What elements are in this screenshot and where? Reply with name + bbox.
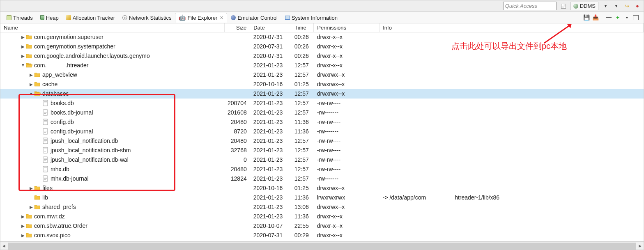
svg-rect-14 [44, 131, 47, 131]
table-row[interactable]: config.db204802021-01-2311:36-rw-rw---- [0, 117, 644, 127]
cell-permissions: drwxrwx--x [314, 202, 380, 212]
expand-icon[interactable]: ▶ [20, 233, 26, 238]
expand-icon[interactable]: ▶ [28, 82, 34, 87]
item-name: mhx.db-journal [51, 175, 89, 182]
cell-time: 11:36 [291, 193, 314, 202]
cell-size: 12824 [224, 174, 250, 183]
tab-threads[interactable]: Threads [3, 13, 37, 23]
quick-access-input[interactable]: Quick Access [503, 2, 557, 10]
col-date[interactable]: Date [250, 23, 291, 32]
cell-size [224, 183, 250, 193]
expand-icon[interactable]: ▶ [28, 186, 34, 190]
col-time[interactable]: Time [291, 23, 314, 32]
cell-date: 2020-10-16 [250, 183, 291, 193]
scroll-right-icon[interactable]: ▶ [637, 243, 644, 250]
minimize-icon[interactable] [605, 14, 612, 21]
expand-icon[interactable]: ▶ [20, 214, 26, 219]
cell-permissions: drwxr-x--x [314, 32, 380, 42]
view-controls: 💾 📥 + ▾ [583, 14, 641, 21]
item-name: com.google.android.launcher.layouts.geny… [34, 53, 150, 59]
cell-date: 2020-07-31 [250, 42, 291, 51]
collapse-icon[interactable]: ▼ [28, 92, 34, 96]
cell-size: 201608 [224, 108, 250, 117]
table-row[interactable]: ▶com.mwr.dz2021-01-2311:36drwxr-x--x [0, 212, 644, 221]
table-row[interactable]: jpush_local_notification.db-wal02021-01-… [0, 155, 644, 165]
cell-date: 2020-07-31 [250, 32, 291, 42]
cell-size [224, 32, 250, 42]
cell-info [380, 174, 644, 183]
table-row[interactable]: ▼com..htreader2021-01-2312:57drwxr-x--x [0, 61, 644, 70]
toolbar-icon-3[interactable]: ↪ [623, 2, 630, 10]
table-row[interactable]: mhx.db-journal128242021-01-2312:57-rw---… [0, 174, 644, 183]
expand-icon[interactable]: ▶ [20, 35, 26, 39]
folder-icon [26, 43, 32, 50]
perspective-label: DDMS [580, 3, 596, 9]
maximize-icon[interactable] [632, 14, 639, 21]
table-row[interactable]: ▶com.sbw.atrue.Order2020-10-0722:55drwxr… [0, 221, 644, 231]
col-size[interactable]: Size [224, 23, 250, 32]
expand-icon[interactable]: ▶ [28, 205, 34, 209]
perspective-ddms[interactable]: DDMS [570, 2, 598, 10]
toolbar-icon-4[interactable]: ● [634, 2, 641, 10]
cell-info [380, 108, 644, 117]
cell-info: -> /data/app/comhtreader-1/lib/x86 [380, 193, 644, 202]
cell-size [224, 193, 250, 202]
tab-allocation-tracker[interactable]: Allocation Tracker [62, 13, 119, 23]
column-headers: Name Size Date Time Permissions Info [0, 23, 644, 32]
table-row[interactable]: jpush_local_notification.db204802021-01-… [0, 136, 644, 146]
expand-icon[interactable]: ▶ [28, 73, 34, 77]
tab-network-statistics[interactable]: Network Statistics [119, 13, 175, 23]
table-row[interactable]: ▶app_webview2021-01-2312:57drwxrwx--x [0, 70, 644, 80]
table-row[interactable]: ▶com.svox.pico2020-07-3100:29drwxr-x--x [0, 231, 644, 240]
table-row[interactable]: config.db-journal87202021-01-2311:36-rw-… [0, 127, 644, 136]
view-menu-icon[interactable]: ▾ [623, 14, 630, 21]
scroll-left-icon[interactable]: ◀ [0, 243, 7, 250]
close-icon[interactable]: ✕ [220, 15, 223, 21]
expand-icon[interactable]: ▶ [20, 44, 26, 49]
horizontal-scrollbar[interactable]: ◀ ▶ [0, 242, 644, 250]
table-row[interactable]: books.db2007042021-01-2312:57-rw-rw---- [0, 99, 644, 108]
add-icon[interactable]: + [614, 14, 621, 21]
table-row[interactable]: books.db-journal2016082021-01-2312:57-rw… [0, 108, 644, 117]
table-row[interactable]: ▶files2020-10-1601:25drwxrwx--x [0, 183, 644, 193]
open-perspective-icon[interactable] [560, 2, 567, 10]
table-row[interactable]: mhx.db204802021-01-2312:57-rw-rw---- [0, 165, 644, 174]
expand-icon[interactable]: ▶ [20, 224, 26, 228]
col-info[interactable]: Info [380, 23, 644, 32]
cell-permissions: drwxrwx--x [314, 70, 380, 80]
cell-info [380, 89, 644, 99]
col-permissions[interactable]: Permissions [314, 23, 380, 32]
table-row[interactable]: ▶com.google.android.launcher.layouts.gen… [0, 51, 644, 61]
scroll-thumb[interactable] [8, 243, 636, 250]
tab-emulator-control[interactable]: Emulator Control [227, 13, 281, 23]
cell-info [380, 61, 644, 70]
cell-time: 01:25 [291, 183, 314, 193]
tab-file-explorer[interactable]: 🤖File Explorer✕ [175, 13, 227, 23]
col-name[interactable]: Name [0, 23, 224, 32]
table-row[interactable]: ▶cache2020-10-1601:25drwxrwx--x [0, 80, 644, 89]
table-row[interactable]: ▼databases2021-01-2312:57drwxrwx--x [0, 89, 644, 99]
cell-size: 20480 [224, 136, 250, 146]
table-row[interactable]: lib2021-01-2311:36lrwxrwxrwx-> /data/app… [0, 193, 644, 202]
file-icon [42, 166, 49, 172]
table-row[interactable]: ▶shared_prefs2021-01-2313:06drwxrwx--x [0, 202, 644, 212]
table-row[interactable]: ▶com.genymotion.systempatcher2020-07-310… [0, 42, 644, 51]
tab-system-info[interactable]: System Information [281, 13, 341, 23]
item-name: lib [42, 194, 48, 201]
svg-rect-18 [44, 140, 47, 141]
table-row[interactable]: ▶com.genymotion.superuser2020-07-3100:26… [0, 32, 644, 42]
cell-permissions: drwxr-x--x [314, 51, 380, 61]
table-row[interactable]: jpush_local_notification.db-shm327682021… [0, 146, 644, 155]
tab-heap[interactable]: Heap [37, 13, 62, 23]
svg-rect-35 [44, 179, 46, 180]
heap-icon [40, 15, 44, 20]
toolbar-icon-2[interactable]: ▾ [612, 2, 620, 10]
collapse-icon[interactable]: ▼ [20, 63, 26, 67]
cell-info [380, 117, 644, 127]
pull-file-icon[interactable]: 💾 [583, 14, 590, 21]
cell-date: 2021-01-23 [250, 70, 291, 80]
toolbar-icon-1[interactable]: ▾ [602, 2, 609, 10]
cell-time: 12:57 [291, 155, 314, 165]
expand-icon[interactable]: ▶ [20, 54, 26, 58]
push-file-icon[interactable]: 📥 [592, 14, 599, 21]
